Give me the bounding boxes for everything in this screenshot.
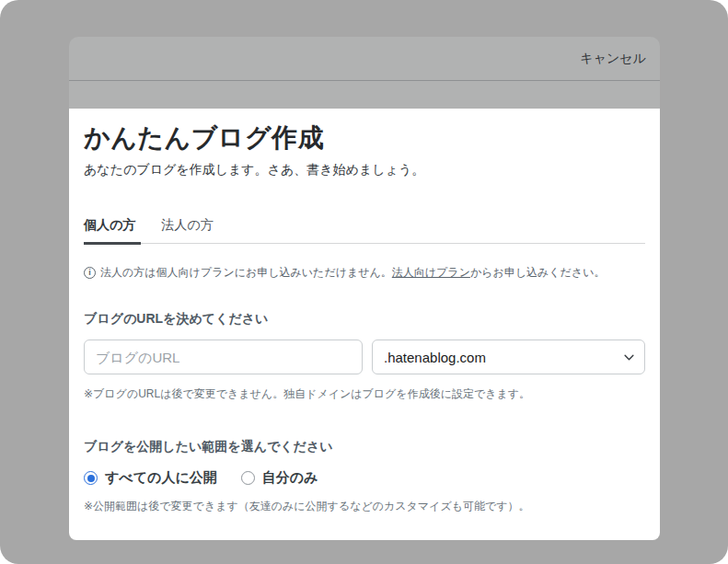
modal-subheader-strip	[69, 81, 660, 109]
radio-checked-icon	[84, 471, 98, 485]
app-background: キャンセル かんたんブログ作成 あなたのブログを作成します。さあ、書き始めましょ…	[0, 0, 728, 564]
radio-option-private-label: 自分のみ	[262, 469, 318, 487]
notice-text: 法人の方は個人向けプランにお申し込みいただけません。法人向けプランからお申し込み…	[100, 265, 605, 280]
corporate-plan-notice: i 法人の方は個人向けプランにお申し込みいただけません。法人向けプランからお申し…	[84, 265, 645, 280]
page-subtitle: あなたのブログを作成します。さあ、書き始めましょう。	[84, 162, 645, 178]
domain-select[interactable]: .hatenablog.com	[372, 340, 645, 374]
blog-url-note: ※ブログのURLは後で変更できません。独自ドメインはブログを作成後に設定できます…	[84, 387, 645, 401]
page-title: かんたんブログ作成	[84, 121, 645, 155]
account-type-tabs: 個人の方 法人の方	[84, 217, 645, 244]
tab-personal[interactable]: 個人の方	[84, 217, 141, 245]
modal-header: キャンセル	[69, 37, 660, 81]
chevron-down-icon	[624, 354, 634, 361]
blog-url-input[interactable]	[84, 340, 363, 374]
blog-url-row: .hatenablog.com	[84, 340, 645, 374]
blog-creation-modal: キャンセル かんたんブログ作成 あなたのブログを作成します。さあ、書き始めましょ…	[69, 37, 660, 540]
creation-form-panel: かんたんブログ作成 あなたのブログを作成します。さあ、書き始めましょう。 個人の…	[69, 109, 660, 540]
cancel-button[interactable]: キャンセル	[580, 51, 646, 67]
notice-text-before-link: 法人の方は個人向けプランにお申し込みいただけません。	[100, 266, 392, 279]
corporate-plan-link[interactable]: 法人向けプラン	[392, 266, 470, 279]
publish-scope-label: ブログを公開したい範囲を選んでください	[84, 439, 645, 455]
publish-scope-radio-group: すべての人に公開 自分のみ	[84, 469, 645, 487]
radio-option-public[interactable]: すべての人に公開	[84, 469, 217, 487]
info-icon: i	[84, 267, 96, 279]
blog-url-label: ブログのURLを決めてください	[84, 311, 645, 328]
tab-corporate[interactable]: 法人の方	[161, 217, 218, 245]
notice-text-after-link: からお申し込みください。	[470, 266, 606, 279]
radio-option-public-label: すべての人に公開	[105, 469, 217, 487]
domain-select-value: .hatenablog.com	[384, 350, 486, 365]
publish-scope-note: ※公開範囲は後で変更できます（友達のみに公開するなどのカスタマイズも可能です）。	[84, 500, 645, 513]
radio-option-private[interactable]: 自分のみ	[241, 469, 318, 487]
radio-unchecked-icon	[241, 471, 255, 485]
